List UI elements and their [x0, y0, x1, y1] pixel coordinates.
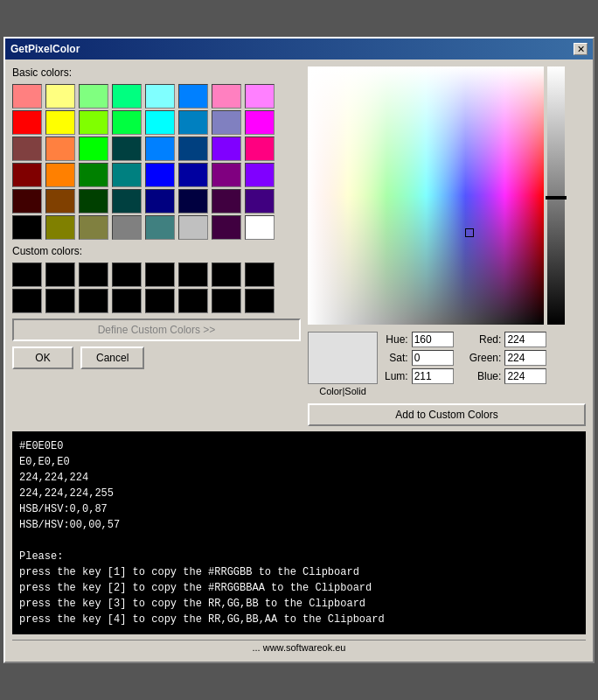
basic-color-swatch[interactable]	[178, 84, 208, 108]
cancel-button[interactable]: Cancel	[80, 346, 144, 369]
custom-color-swatch[interactable]	[212, 262, 241, 287]
green-input[interactable]	[504, 350, 546, 366]
basic-color-swatch[interactable]	[79, 110, 108, 135]
basic-color-swatch[interactable]	[45, 189, 75, 214]
basic-color-swatch[interactable]	[145, 215, 175, 240]
custom-color-swatch[interactable]	[145, 262, 175, 287]
right-panel: Color|Solid Hue: Sat: Lum: Red:	[308, 66, 586, 426]
basic-color-swatch[interactable]	[245, 110, 275, 135]
title-bar: GetPixelColor ✕	[5, 38, 593, 60]
basic-color-swatch[interactable]	[212, 136, 241, 161]
basic-color-swatch[interactable]	[45, 163, 75, 187]
basic-color-swatch[interactable]	[178, 189, 208, 214]
blue-input[interactable]	[504, 368, 546, 384]
basic-color-swatch[interactable]	[12, 136, 42, 161]
basic-color-swatch[interactable]	[12, 84, 42, 108]
basic-color-swatch[interactable]	[112, 84, 142, 108]
luminance-bar[interactable]	[547, 66, 565, 325]
basic-color-swatch[interactable]	[45, 84, 75, 108]
define-custom-colors-button[interactable]: Define Custom Colors >>	[12, 318, 301, 341]
basic-color-swatch[interactable]	[79, 84, 108, 108]
basic-color-swatch[interactable]	[145, 110, 175, 135]
custom-color-swatch[interactable]	[45, 289, 75, 313]
basic-color-swatch[interactable]	[112, 136, 142, 161]
basic-color-swatch[interactable]	[45, 215, 75, 240]
basic-color-swatch[interactable]	[178, 110, 208, 135]
output-line: 224,224,224,255	[19, 486, 579, 501]
basic-colors-grid	[12, 84, 301, 240]
basic-color-swatch[interactable]	[79, 189, 108, 214]
sat-input[interactable]	[412, 350, 454, 366]
basic-color-swatch[interactable]	[178, 215, 208, 240]
custom-color-swatch[interactable]	[245, 262, 275, 287]
green-label: Green:	[469, 352, 502, 364]
custom-color-swatch[interactable]	[212, 289, 241, 313]
dialog-content: Basic colors: Custom colors: Define Cust…	[5, 60, 593, 662]
basic-color-swatch[interactable]	[79, 215, 108, 240]
hue-input[interactable]	[412, 332, 454, 347]
lum-input[interactable]	[412, 368, 454, 384]
custom-colors-grid	[12, 262, 301, 313]
custom-color-swatch[interactable]	[178, 262, 208, 287]
basic-color-swatch[interactable]	[145, 136, 175, 161]
custom-color-swatch[interactable]	[45, 262, 75, 287]
basic-color-swatch[interactable]	[212, 110, 241, 135]
custom-color-swatch[interactable]	[79, 262, 108, 287]
basic-color-swatch[interactable]	[245, 163, 275, 187]
output-line: #E0E0E0	[19, 438, 579, 454]
color-preview-row: Color|Solid Hue: Sat: Lum: Red:	[308, 332, 586, 396]
output-line: press the key [2] to copy the #RRGGBBAA …	[19, 580, 579, 596]
basic-color-swatch[interactable]	[12, 189, 42, 214]
basic-color-swatch[interactable]	[79, 136, 108, 161]
output-line: press the key [3] to copy the RR,GG,BB t…	[19, 596, 579, 612]
basic-color-swatch[interactable]	[178, 163, 208, 187]
basic-color-swatch[interactable]	[112, 163, 142, 187]
custom-color-swatch[interactable]	[12, 262, 42, 287]
custom-color-swatch[interactable]	[112, 289, 142, 313]
rgb-fields: Red: Green: Blue:	[469, 332, 549, 384]
basic-color-swatch[interactable]	[12, 163, 42, 187]
spectrum-canvas[interactable]	[308, 66, 544, 325]
custom-color-swatch[interactable]	[178, 289, 208, 313]
custom-color-swatch[interactable]	[12, 289, 42, 313]
custom-color-swatch[interactable]	[145, 289, 175, 313]
basic-color-swatch[interactable]	[212, 163, 241, 187]
dialog-title: GetPixelColor	[10, 43, 80, 55]
basic-color-swatch[interactable]	[212, 189, 241, 214]
red-input[interactable]	[504, 332, 546, 347]
color-preview-box	[308, 332, 378, 384]
left-panel: Basic colors: Custom colors: Define Cust…	[12, 66, 301, 426]
basic-color-swatch[interactable]	[145, 84, 175, 108]
output-area: #E0E0E0E0,E0,E0224,224,224224,224,224,25…	[12, 431, 586, 634]
basic-color-swatch[interactable]	[45, 136, 75, 161]
basic-color-swatch[interactable]	[79, 163, 108, 187]
color-picker-area	[308, 66, 586, 325]
basic-color-swatch[interactable]	[112, 110, 142, 135]
basic-color-swatch[interactable]	[212, 84, 241, 108]
lum-label: Lum:	[385, 370, 408, 382]
basic-color-swatch[interactable]	[245, 189, 275, 214]
custom-color-swatch[interactable]	[112, 262, 142, 287]
basic-color-swatch[interactable]	[12, 110, 42, 135]
custom-colors-label: Custom colors:	[12, 245, 301, 257]
custom-color-swatch[interactable]	[245, 289, 275, 313]
color-preview-label: Color|Solid	[319, 386, 366, 396]
custom-color-swatch[interactable]	[79, 289, 108, 313]
basic-color-swatch[interactable]	[45, 110, 75, 135]
basic-color-swatch[interactable]	[12, 215, 42, 240]
red-label: Red:	[469, 333, 502, 346]
basic-color-swatch[interactable]	[112, 189, 142, 214]
add-to-custom-colors-button[interactable]: Add to Custom Colors	[308, 403, 586, 426]
basic-color-swatch[interactable]	[112, 215, 142, 240]
basic-color-swatch[interactable]	[212, 215, 241, 240]
basic-color-swatch[interactable]	[145, 189, 175, 214]
output-line: 224,224,224	[19, 470, 579, 486]
basic-color-swatch[interactable]	[245, 84, 275, 108]
basic-color-swatch[interactable]	[245, 215, 275, 240]
basic-color-swatch[interactable]	[245, 136, 275, 161]
close-button[interactable]: ✕	[574, 43, 588, 55]
ok-button[interactable]: OK	[12, 346, 73, 369]
basic-color-swatch[interactable]	[178, 136, 208, 161]
hue-label: Hue:	[385, 333, 408, 346]
basic-color-swatch[interactable]	[145, 163, 175, 187]
